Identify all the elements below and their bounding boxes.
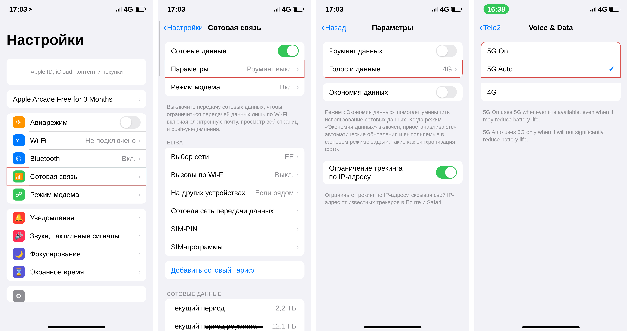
wifi-calling-cell[interactable]: Вызовы по Wi-Fi Выкл. ›	[165, 166, 304, 184]
home-indicator[interactable]	[364, 326, 422, 328]
network-type: 4G	[124, 5, 133, 13]
promo-label: Apple Arcade Free for 3 Months	[13, 95, 138, 103]
current-period-cell[interactable]: Текущий период 2,2 ТБ	[165, 299, 304, 317]
cellular-data-toggle[interactable]	[278, 44, 299, 57]
bluetooth-label: Bluetooth	[30, 154, 122, 162]
location-arrow-icon: ➤	[28, 6, 33, 12]
cellular-data-cell[interactable]: Сотовые данные	[165, 42, 304, 60]
home-indicator[interactable]	[206, 326, 263, 328]
airplane-toggle[interactable]	[120, 116, 140, 129]
promo-group: Apple Arcade Free for 3 Months ›	[6, 90, 146, 108]
data-roaming-toggle[interactable]	[436, 44, 457, 57]
battery-icon	[135, 7, 145, 12]
network-type: 4G	[598, 5, 608, 13]
back-button[interactable]: ‹ Tele2	[480, 23, 501, 32]
back-button[interactable]: ‹ Назад	[322, 23, 346, 32]
status-time: 17:03	[167, 5, 185, 13]
current-period-value: 2,2 ТБ	[276, 304, 296, 312]
connectivity-group: ✈ Авиарежим ᯤ Wi-Fi Не подключено › ⌬ Bl…	[6, 113, 146, 204]
roaming-period-cell[interactable]: Текущий период роуминга 12,1 ГБ	[165, 317, 304, 331]
other-devices-cell[interactable]: На других устройствах Если рядом ›	[165, 184, 304, 202]
back-label: Назад	[325, 23, 346, 32]
chevron-right-icon: ›	[296, 243, 299, 251]
option-5g-on[interactable]: 5G On	[481, 42, 621, 60]
wifi-icon: ᯤ	[13, 134, 25, 146]
checkmark-icon: ✓	[608, 64, 615, 74]
network-type: 4G	[282, 5, 291, 13]
roaming-group: Роуминг данных Голос и данные 4G ›	[323, 42, 462, 78]
cellular-network-label: Сотовая сеть передачи данных	[171, 207, 296, 215]
voice-and-data-cell[interactable]: Голос и данные 4G ›	[323, 60, 462, 78]
focus-icon: 🌙	[13, 248, 25, 260]
signal-bars-icon	[274, 7, 280, 12]
signal-bars-icon	[590, 7, 596, 12]
option-4g[interactable]: 4G	[481, 83, 621, 101]
focus-cell[interactable]: 🌙 Фокусирование ›	[6, 245, 146, 263]
add-cellular-plan-button[interactable]: Добавить сотовый тариф	[165, 261, 304, 279]
battery-icon	[609, 7, 620, 12]
wifi-label: Wi-Fi	[30, 136, 85, 144]
cellular-cell[interactable]: 📶 Сотовая связь ›	[6, 168, 146, 186]
sim-pin-cell[interactable]: SIM-PIN ›	[165, 220, 304, 238]
limit-ip-label-2: по IP-адресу	[329, 172, 436, 181]
sounds-label: Звуки, тактильные сигналы	[30, 232, 138, 240]
home-indicator[interactable]	[48, 326, 105, 328]
data-roaming-cell[interactable]: Роуминг данных	[323, 42, 462, 60]
hotspot-cell[interactable]: ☍ Режим модема ›	[6, 186, 146, 204]
general-cell[interactable]: ⚙	[6, 286, 146, 302]
cellular-network-cell[interactable]: Сотовая сеть передачи данных ›	[165, 202, 304, 220]
low-data-mode-toggle[interactable]	[436, 86, 457, 98]
cellular-options-label: Параметры	[171, 65, 247, 73]
option-5g-auto[interactable]: 5G Auto ✓	[481, 60, 621, 78]
low-data-mode-cell[interactable]: Экономия данных	[323, 83, 462, 101]
other-devices-label: На других устройствах	[171, 189, 255, 197]
network-type: 4G	[440, 5, 449, 13]
personal-hotspot-cell[interactable]: Режим модема Вкл. ›	[165, 78, 304, 96]
status-bar: 16:38 4G	[474, 0, 627, 18]
chevron-right-icon: ›	[455, 65, 457, 73]
sim-apps-cell[interactable]: SIM-программы ›	[165, 238, 304, 256]
general-group-partial: ⚙	[6, 286, 146, 302]
wifi-value: Не подключено	[85, 136, 136, 144]
airplane-cell[interactable]: ✈ Авиарежим	[6, 113, 146, 132]
notifications-cell[interactable]: 🔔 Уведомления ›	[6, 209, 146, 227]
chevron-right-icon: ›	[138, 154, 140, 162]
screentime-cell[interactable]: ⌛ Экранное время ›	[6, 263, 146, 281]
appleid-signin-cell[interactable]: Apple ID, iCloud, контент и покупки	[6, 59, 146, 85]
status-bar: 17:03 4G	[316, 0, 469, 18]
sim-apps-label: SIM-программы	[171, 243, 296, 251]
personal-hotspot-value: Вкл.	[280, 83, 294, 91]
bluetooth-cell[interactable]: ⌬ Bluetooth Вкл. ›	[6, 150, 146, 168]
voice-data-options-group-2: 4G	[481, 83, 621, 101]
chevron-left-icon: ‹	[480, 23, 482, 32]
chevron-left-icon: ‹	[322, 23, 324, 32]
add-plan-group: Добавить сотовый тариф	[165, 261, 304, 279]
back-label: Настройки	[167, 23, 203, 32]
cellular-options-value: Роуминг выкл.	[247, 65, 294, 73]
cellular-options-cell[interactable]: Параметры Роуминг выкл. ›	[165, 60, 304, 78]
limit-ip-toggle[interactable]	[436, 166, 457, 179]
screen-voice-and-data: 16:38 4G ‹ Tele2 Voice & Data 5G On 5G A…	[474, 0, 627, 331]
limit-ip-tracking-cell[interactable]: Ограничение трекинга по IP-адресу	[323, 161, 462, 184]
ip-tracking-group: Ограничение трекинга по IP-адресу	[323, 161, 462, 184]
option-5g-auto-label: 5G Auto	[487, 65, 608, 73]
sounds-cell[interactable]: 🔊 Звуки, тактильные сигналы ›	[6, 227, 146, 245]
network-selection-cell[interactable]: Выбор сети EE ›	[165, 148, 304, 166]
airplane-label: Авиарежим	[30, 118, 120, 126]
screen-cellular-options: 17:03 4G ‹ Назад Параметры Роуминг данны…	[316, 0, 469, 331]
status-time-pill[interactable]: 16:38	[484, 4, 509, 14]
chevron-right-icon: ›	[138, 232, 140, 240]
cellular-data-group: Сотовые данные Параметры Роуминг выкл. ›…	[165, 42, 304, 96]
screentime-label: Экранное время	[30, 268, 138, 276]
general-icon: ⚙	[13, 290, 25, 302]
chevron-right-icon: ›	[296, 207, 299, 215]
focus-label: Фокусирование	[30, 250, 138, 258]
wifi-cell[interactable]: ᯤ Wi-Fi Не подключено ›	[6, 132, 146, 150]
home-indicator[interactable]	[522, 326, 580, 328]
nav-header: ‹ Назад Параметры	[316, 18, 469, 36]
voice-and-data-value: 4G	[442, 65, 452, 73]
back-button[interactable]: ‹ Настройки	[163, 23, 203, 32]
promo-cell[interactable]: Apple Arcade Free for 3 Months ›	[6, 90, 146, 108]
sim-pin-label: SIM-PIN	[171, 225, 296, 233]
usage-header: СОТОВЫЕ ДАННЫЕ	[158, 284, 311, 299]
